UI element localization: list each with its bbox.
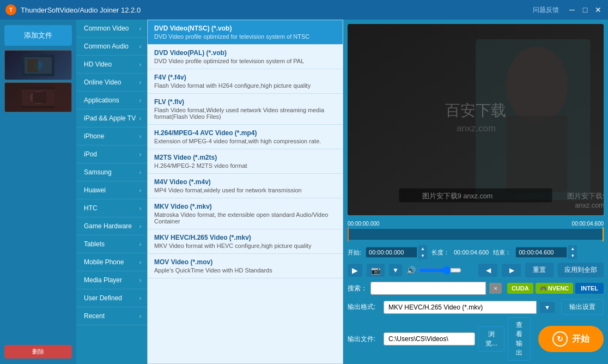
output-format-input[interactable]	[384, 301, 537, 314]
start-time-input[interactable]	[366, 247, 417, 258]
title-bar-left: T ThunderSoftVideo/Audio Joiner 12.2.0	[5, 4, 141, 15]
format-name: MKV Video (*.mkv)	[154, 203, 336, 210]
timeline-times: 00:00:00.000 00:00:04.600	[348, 221, 604, 227]
timeline-bar[interactable]	[348, 229, 604, 240]
sidebar-item-user-defined[interactable]: User Defined ›	[76, 289, 147, 307]
end-time-up[interactable]: ▲	[568, 245, 577, 252]
format-dropdown-button[interactable]: ▼	[540, 302, 555, 313]
title-bar-right: 问题反馈 ─ □ ✕	[533, 5, 603, 15]
browse-button[interactable]: 浏览...	[478, 326, 504, 351]
sidebar-item-game-hardware[interactable]: Game Hardware ›	[76, 217, 147, 235]
svg-text:百安下载: 百安下载	[445, 102, 506, 119]
encoder-row: 搜索： × CUDA 🎮 NVENC INTEL	[343, 280, 608, 297]
search-label: 搜索：	[348, 284, 367, 293]
dropdown-button[interactable]: ▼	[389, 264, 402, 276]
sidebar-item-applications[interactable]: Applications ›	[76, 92, 147, 110]
format-item-dvd-ntsc[interactable]: DVD Video(NTSC) (*.vob) DVD Video profil…	[148, 20, 343, 45]
svg-text:anxz.com: anxz.com	[575, 202, 604, 209]
svg-rect-11	[506, 116, 567, 192]
svg-point-10	[506, 47, 567, 123]
snapshot-button[interactable]: 📷	[367, 264, 385, 277]
svg-text:图片安下载9: 图片安下载9	[567, 192, 604, 200]
next-frame-button[interactable]: ▶	[502, 264, 521, 277]
svg-rect-7	[33, 92, 46, 103]
play-button[interactable]: ▶	[348, 264, 362, 277]
search-input[interactable]	[370, 282, 486, 295]
format-item-mkv-hevc[interactable]: MKV HEVC/H.265 Video (*.mkv) MKV Video f…	[148, 229, 343, 254]
playback-row: ▶ 📷 ▼ 🔊 ◀ ▶ 重置 应用到全部	[343, 262, 608, 280]
video-placeholder: 百安下载 anxz.com 图片安下载9 anxz.com 图片安下载9 anx…	[348, 24, 604, 215]
start-label: 开始:	[348, 248, 361, 257]
close-button[interactable]: ✕	[594, 5, 603, 14]
format-name: DVD Video(NTSC) (*.vob)	[154, 25, 336, 32]
output-settings-button[interactable]: 输出设置	[561, 299, 604, 315]
format-desc: DVD Video profile optimized for televisi…	[154, 58, 336, 64]
left-panel: 添加文件	[0, 20, 76, 364]
volume-slider[interactable]	[418, 266, 461, 275]
format-desc: Apple's QuickTime Video with HD Standard…	[154, 267, 336, 274]
sidebar-item-media-player[interactable]: Media Player ›	[76, 271, 147, 289]
sidebar-item-ipad-apple-tv[interactable]: iPad && Apple TV ›	[76, 110, 147, 128]
format-item-mov[interactable]: MOV Video (*.mov) Apple's QuickTime Vide…	[148, 254, 343, 278]
file-list	[4, 50, 72, 338]
feedback-link[interactable]: 问题反馈	[533, 5, 559, 15]
delete-button[interactable]: 删除	[4, 345, 72, 359]
arrow-icon: ›	[139, 277, 141, 283]
sidebar-item-huawei[interactable]: Huawei ›	[76, 181, 147, 199]
format-item-m2ts[interactable]: M2TS Video (*.m2ts) H.264/MPEG-2 M2TS vi…	[148, 149, 343, 174]
arrow-icon: ›	[139, 134, 141, 139]
format-desc: H.264/MPEG-2 M2TS video format	[154, 162, 336, 169]
arrow-icon: ›	[139, 116, 141, 122]
end-time-down[interactable]: ▼	[568, 252, 577, 259]
category-label: Tablets	[84, 240, 105, 248]
cuda-badge[interactable]: CUDA	[507, 283, 533, 294]
sidebar-item-iphone[interactable]: iPhone ›	[76, 128, 147, 145]
sidebar-item-common-video[interactable]: Common Video ›	[76, 20, 147, 38]
apply-all-button[interactable]: 应用到全部	[558, 263, 604, 277]
reset-button[interactable]: 重置	[525, 263, 554, 277]
start-label: 开始	[572, 333, 589, 345]
category-label: Online Video	[84, 78, 121, 86]
sidebar-item-online-video[interactable]: Online Video ›	[76, 74, 147, 92]
sidebar-item-tablets[interactable]: Tablets ›	[76, 235, 147, 253]
start-button[interactable]: ↻ 开始	[538, 326, 604, 352]
start-time-down[interactable]: ▼	[418, 252, 427, 259]
category-panel: Common Video › Common Audio › HD Video ›…	[76, 20, 147, 364]
category-label: iPad && Apple TV	[84, 114, 136, 122]
nvenc-badge[interactable]: 🎮 NVENC	[536, 283, 574, 294]
sidebar-item-ipod[interactable]: iPod ›	[76, 145, 147, 163]
format-item-mkv[interactable]: MKV Video (*.mkv) Matroska Video format,…	[148, 198, 343, 229]
format-item-dvd-pal[interactable]: DVD Video(PAL) (*.vob) DVD Video profile…	[148, 45, 343, 69]
file-thumbnail-2[interactable]	[4, 82, 72, 112]
add-file-button[interactable]: 添加文件	[4, 25, 72, 46]
timeline-area: 00:00:00.000 00:00:04.600	[343, 220, 608, 243]
format-item-h264-mp4[interactable]: H.264/MPEG-4 AVC Video (*.mp4) Extension…	[148, 125, 343, 149]
format-name: DVD Video(PAL) (*.vob)	[154, 49, 336, 57]
format-panel-wrapper: DVD Video(NTSC) (*.vob) DVD Video profil…	[147, 20, 343, 364]
format-item-f4v[interactable]: F4V (*.f4v) Flash Video format with H264…	[148, 69, 343, 94]
search-clear-button[interactable]: ×	[489, 283, 501, 294]
format-item-flv[interactable]: FLV (*.flv) Flash Video format,Widely us…	[148, 94, 343, 125]
arrow-icon: ›	[139, 223, 141, 229]
svg-text:anxz.com: anxz.com	[457, 123, 496, 134]
format-desc: DVD Video profile optimized for televisi…	[154, 33, 336, 40]
format-item-m4v[interactable]: M4V Video (*.m4v) MP4 Video format,widel…	[148, 174, 343, 198]
sidebar-item-htc[interactable]: HTC ›	[76, 199, 147, 217]
start-time-up[interactable]: ▲	[418, 245, 427, 252]
output-file-input[interactable]	[384, 332, 475, 345]
file-thumbnail-1[interactable]	[4, 50, 72, 80]
sidebar-item-hd-video[interactable]: HD Video ›	[76, 56, 147, 74]
check-output-button[interactable]: 查看输出	[508, 317, 531, 361]
prev-frame-button[interactable]: ◀	[478, 264, 497, 277]
category-label: Common Video	[84, 25, 129, 32]
timeline-left-time: 00:00:00.000	[348, 221, 379, 227]
sidebar-item-common-audio[interactable]: Common Audio ›	[76, 38, 147, 56]
sidebar-item-mobile-phone[interactable]: Mobile Phone ›	[76, 253, 147, 271]
intel-badge[interactable]: INTEL	[575, 283, 604, 294]
sidebar-item-recent[interactable]: Recent ›	[76, 307, 147, 325]
arrow-icon: ›	[139, 44, 141, 50]
minimize-button[interactable]: ─	[568, 5, 576, 14]
maximize-button[interactable]: □	[581, 5, 589, 14]
sidebar-item-samsung[interactable]: Samsung ›	[76, 163, 147, 181]
end-time-input[interactable]	[515, 247, 567, 258]
